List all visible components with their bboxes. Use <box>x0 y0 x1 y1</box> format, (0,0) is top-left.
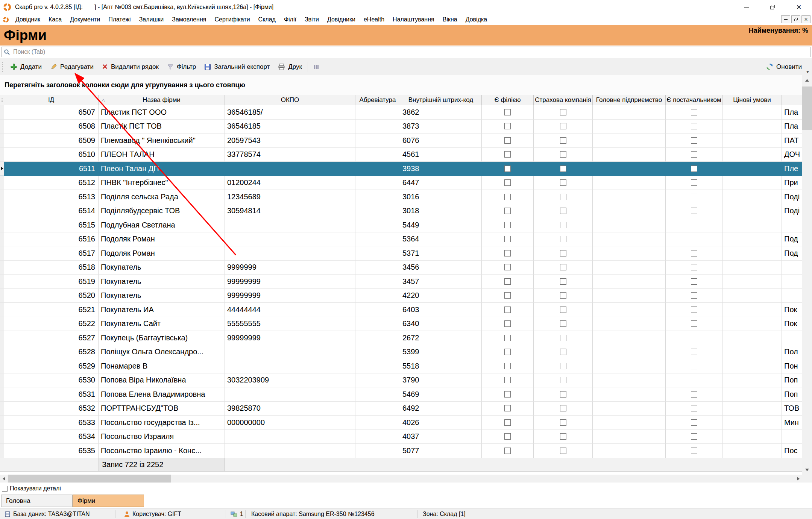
is-branch-checkbox[interactable] <box>504 349 511 355</box>
is-branch-checkbox[interactable] <box>504 264 511 270</box>
table-row[interactable]: 6532 ПОРТТРАНСБУД"ТОВ 39825870 6492 ТОВ <box>0 402 802 416</box>
is-supplier-checkbox[interactable] <box>691 250 697 256</box>
insurance-checkbox[interactable] <box>560 391 566 398</box>
add-button[interactable]: Додати <box>6 58 46 75</box>
menu-item-Сертифікати[interactable]: Сертифікати <box>210 16 254 23</box>
insurance-checkbox[interactable] <box>560 194 566 200</box>
table-row[interactable]: 6534 Посольство Израиля 4037 <box>0 430 802 444</box>
is-supplier-checkbox[interactable] <box>691 448 697 454</box>
table-row[interactable]: 6507 Пластик ПЄТ ООО 36546185/ 3862 Пла <box>0 105 802 120</box>
is-branch-checkbox[interactable] <box>504 250 511 256</box>
is-supplier-checkbox[interactable] <box>691 151 697 158</box>
table-row[interactable]: 6535 Посольство Ізраилю - Конс... 5077 П… <box>0 444 802 458</box>
is-branch-checkbox[interactable] <box>504 123 511 129</box>
is-branch-checkbox[interactable] <box>504 448 511 454</box>
is-supplier-checkbox[interactable] <box>691 137 697 144</box>
restore-button[interactable] <box>759 0 786 14</box>
column-header-main-company[interactable]: Головне підприємство <box>593 95 666 105</box>
is-supplier-checkbox[interactable] <box>691 109 697 115</box>
table-row[interactable]: 6511 Плеон Талан ДП 3938 Пле <box>0 162 802 176</box>
menu-item-eHealth[interactable]: eHealth <box>360 16 389 23</box>
is-supplier-checkbox[interactable] <box>691 264 697 270</box>
column-header-barcode[interactable]: Внутрішній штрих-код <box>400 95 482 105</box>
table-row[interactable]: 6531 Попова Елена Владимировна 5469 Поп <box>0 387 802 402</box>
menu-item-Довідники[interactable]: Довідники <box>323 16 360 23</box>
print-button[interactable]: Друк <box>274 58 306 75</box>
tab-Головна[interactable]: Головна <box>1 495 73 507</box>
scroll-right-button[interactable] <box>794 475 802 483</box>
mdi-restore-button[interactable] <box>791 15 800 23</box>
scroll-down-button[interactable] <box>802 465 812 475</box>
menu-item-Склад[interactable]: Склад <box>254 16 280 23</box>
mdi-close-button[interactable]: ✕ <box>801 15 810 23</box>
insurance-checkbox[interactable] <box>560 109 566 115</box>
is-supplier-checkbox[interactable] <box>691 194 697 200</box>
column-header-is-branch[interactable]: Є філією <box>482 95 534 105</box>
is-supplier-checkbox[interactable] <box>691 292 697 299</box>
is-branch-checkbox[interactable] <box>504 292 511 299</box>
is-supplier-checkbox[interactable] <box>691 179 697 186</box>
vertical-scrollbar[interactable] <box>802 75 812 475</box>
filter-button[interactable]: Фільтр <box>163 58 200 75</box>
is-branch-checkbox[interactable] <box>504 278 511 285</box>
table-row[interactable]: 6517 Подоляк Роман 5371 Под <box>0 246 802 261</box>
is-supplier-checkbox[interactable] <box>691 433 697 440</box>
menu-item-Налаштування[interactable]: Налаштування <box>389 16 439 23</box>
is-supplier-checkbox[interactable] <box>691 349 697 355</box>
is-branch-checkbox[interactable] <box>504 391 511 398</box>
is-supplier-checkbox[interactable] <box>691 278 697 285</box>
is-supplier-checkbox[interactable] <box>691 363 697 369</box>
is-branch-checkbox[interactable] <box>504 222 511 228</box>
table-row[interactable]: 6533 Посольство государства Із... 000000… <box>0 416 802 430</box>
scroll-left-button[interactable] <box>0 475 8 483</box>
close-button[interactable]: ✕ <box>786 0 812 14</box>
insurance-checkbox[interactable] <box>560 349 566 355</box>
is-branch-checkbox[interactable] <box>504 433 511 440</box>
table-row[interactable]: 6519 Покупатель 99999999 3457 <box>0 275 802 289</box>
is-supplier-checkbox[interactable] <box>691 222 697 228</box>
is-supplier-checkbox[interactable] <box>691 208 697 214</box>
insurance-checkbox[interactable] <box>560 165 566 172</box>
insurance-checkbox[interactable] <box>560 433 566 440</box>
export-button[interactable]: Загальний експорт <box>200 58 274 75</box>
column-header-is-supplier[interactable]: Є постачальником <box>666 95 722 105</box>
insurance-checkbox[interactable] <box>560 363 566 369</box>
edit-button[interactable]: Редагувати <box>46 58 98 75</box>
column-header-name[interactable]: △Назва фірми <box>99 95 225 105</box>
is-branch-checkbox[interactable] <box>504 109 511 115</box>
table-row[interactable]: 6513 Поділля сельска Рада 12345689 3016 … <box>0 190 802 204</box>
table-row[interactable]: 6508 Пластік ПЄТ ТОВ 36546185 3873 Пла <box>0 120 802 134</box>
table-row[interactable]: 6516 Подоляк Роман 5364 Под <box>0 232 802 247</box>
insurance-checkbox[interactable] <box>560 236 566 242</box>
menu-item-Довідка[interactable]: Довідка <box>461 16 492 23</box>
is-branch-checkbox[interactable] <box>504 236 511 242</box>
insurance-checkbox[interactable] <box>560 278 566 285</box>
insurance-checkbox[interactable] <box>560 335 566 341</box>
vertical-scrollbar-thumb[interactable] <box>802 86 812 130</box>
horizontal-scrollbar[interactable] <box>0 475 802 483</box>
table-row[interactable]: 6522 Покупатель Сайт 55555555 6340 Пок <box>0 317 802 331</box>
insurance-checkbox[interactable] <box>560 307 566 313</box>
table-row[interactable]: 6515 Подлубная Светлана 5449 <box>0 218 802 232</box>
insurance-checkbox[interactable] <box>560 419 566 426</box>
minimize-button[interactable] <box>733 0 759 14</box>
insurance-checkbox[interactable] <box>560 250 566 256</box>
is-branch-checkbox[interactable] <box>504 307 511 313</box>
table-row[interactable]: 6527 Покупець (Баггаутівська) 99999999 2… <box>0 331 802 345</box>
menu-item-Залишки[interactable]: Залишки <box>135 16 168 23</box>
menu-item-Каса[interactable]: Каса <box>44 16 66 23</box>
delete-row-button[interactable]: ✕ Видалити рядок <box>98 58 163 75</box>
menu-item-Вікна[interactable]: Вікна <box>439 16 461 23</box>
is-supplier-checkbox[interactable] <box>691 307 697 313</box>
insurance-checkbox[interactable] <box>560 123 566 129</box>
is-supplier-checkbox[interactable] <box>691 391 697 398</box>
column-header-insurance-company[interactable]: Страхова компанія <box>534 95 593 105</box>
is-branch-checkbox[interactable] <box>504 405 511 411</box>
is-supplier-checkbox[interactable] <box>691 165 697 172</box>
insurance-checkbox[interactable] <box>560 137 566 144</box>
insurance-checkbox[interactable] <box>560 292 566 299</box>
insurance-checkbox[interactable] <box>560 405 566 411</box>
table-row[interactable]: 6521 Покупатель ИА 44444444 6403 Пок <box>0 303 802 317</box>
is-branch-checkbox[interactable] <box>504 165 511 172</box>
refresh-button[interactable]: Оновити <box>762 58 806 75</box>
